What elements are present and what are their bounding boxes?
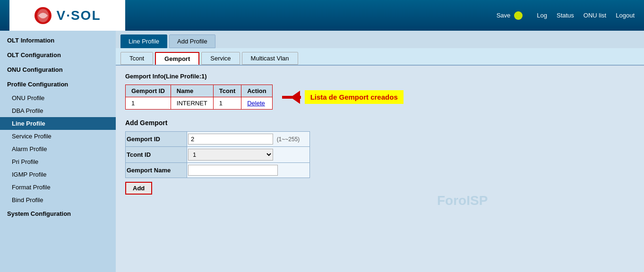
- sidebar-item-olt-information[interactable]: OLT Information: [0, 33, 116, 48]
- cell-name: INTERNET: [171, 97, 213, 110]
- sidebar-item-service-profile[interactable]: Service Profile: [0, 130, 116, 143]
- tab-line-profile[interactable]: Line Profile: [120, 34, 167, 48]
- add-gemport-form: Gemport ID (1~~255) Tcont ID 1: [125, 131, 310, 178]
- gemport-table: Gemport ID Name Tcont Action 1 INTERNET …: [125, 85, 273, 110]
- sidebar-item-onu-profile[interactable]: ONU Profile: [0, 92, 116, 104]
- label-gemport-id: Gemport ID: [126, 132, 187, 147]
- nav-status[interactable]: Status: [557, 12, 574, 19]
- input-cell-tcont-id: 1: [187, 147, 310, 163]
- delete-link[interactable]: Delete: [247, 100, 265, 107]
- col-tcont: Tcont: [213, 85, 241, 97]
- sidebar-item-onu-configuration[interactable]: ONU Configuration: [0, 62, 116, 77]
- gemport-name-input[interactable]: [188, 165, 278, 176]
- sidebar-item-bind-profile[interactable]: Bind Profile: [0, 194, 116, 206]
- label-tcont-id: Tcont ID: [126, 147, 187, 163]
- nav-log[interactable]: Log: [537, 12, 547, 19]
- arrow-head: [291, 91, 300, 104]
- status-indicator: [514, 11, 523, 20]
- sidebar-item-dba-profile[interactable]: DBA Profile: [0, 104, 116, 117]
- annotation: Lista de Gemport creados: [282, 90, 404, 104]
- sub-tab-tcont[interactable]: Tcont: [120, 52, 153, 65]
- nav-onu-list[interactable]: ONU list: [584, 12, 606, 19]
- col-name: Name: [171, 85, 213, 97]
- sidebar-item-olt-configuration[interactable]: OLT Configuration: [0, 48, 116, 62]
- sub-tab-multicast-vlan[interactable]: Multicast Vlan: [242, 52, 298, 65]
- sidebar-item-format-profile[interactable]: Format Profile: [0, 181, 116, 194]
- cell-action[interactable]: Delete: [241, 97, 272, 110]
- sub-tab-bar: Tcont Gemport Service Multicast Vlan: [116, 48, 644, 66]
- sidebar-item-alarm-profile[interactable]: Alarm Profile: [0, 143, 116, 155]
- table-row: 1 INTERNET 1 Delete: [126, 97, 273, 110]
- sub-tab-gemport[interactable]: Gemport: [155, 52, 199, 65]
- sidebar: OLT Information OLT Configuration ONU Co…: [0, 31, 116, 272]
- tcont-id-select[interactable]: 1: [188, 149, 273, 161]
- sidebar-item-pri-profile[interactable]: Pri Profile: [0, 155, 116, 168]
- gemport-id-hint: (1~~255): [277, 136, 300, 143]
- form-row-tcont-id: Tcont ID 1: [126, 147, 310, 163]
- input-cell-gemport-name: [187, 163, 310, 178]
- watermark: ForoISP: [437, 193, 488, 208]
- sidebar-item-igmp-profile[interactable]: IGMP Profile: [0, 168, 116, 181]
- tab-add-profile[interactable]: Add Profile: [169, 34, 215, 48]
- gemport-id-input[interactable]: [188, 134, 273, 144]
- sidebar-item-profile-configuration[interactable]: Profile Configuration: [0, 77, 116, 92]
- top-tab-bar: Line Profile Add Profile: [116, 31, 644, 48]
- col-action: Action: [241, 85, 272, 97]
- gemport-info-title: Gemport Info(Line Profile:1): [125, 73, 635, 80]
- annotation-label: Lista de Gemport creados: [305, 90, 404, 104]
- logo-text: V·SOL: [56, 8, 101, 23]
- form-row-gemport-name: Gemport Name: [126, 163, 310, 178]
- input-cell-gemport-id: (1~~255): [187, 132, 310, 147]
- header-nav: Log Status ONU list Logout: [537, 12, 635, 19]
- add-button[interactable]: Add: [125, 182, 152, 195]
- label-gemport-name: Gemport Name: [126, 163, 187, 178]
- cell-tcont: 1: [213, 97, 241, 110]
- sidebar-item-system-configuration[interactable]: System Configuration: [0, 206, 116, 221]
- form-row-gemport-id: Gemport ID (1~~255): [126, 132, 310, 147]
- col-gemport-id: Gemport ID: [126, 85, 171, 97]
- sidebar-item-line-profile[interactable]: Line Profile: [0, 117, 116, 130]
- nav-logout[interactable]: Logout: [616, 12, 635, 19]
- sub-tab-service[interactable]: Service: [201, 52, 240, 65]
- cell-gemport-id: 1: [126, 97, 171, 110]
- save-label: Save: [497, 12, 511, 19]
- add-gemport-title: Add Gemport: [125, 119, 635, 127]
